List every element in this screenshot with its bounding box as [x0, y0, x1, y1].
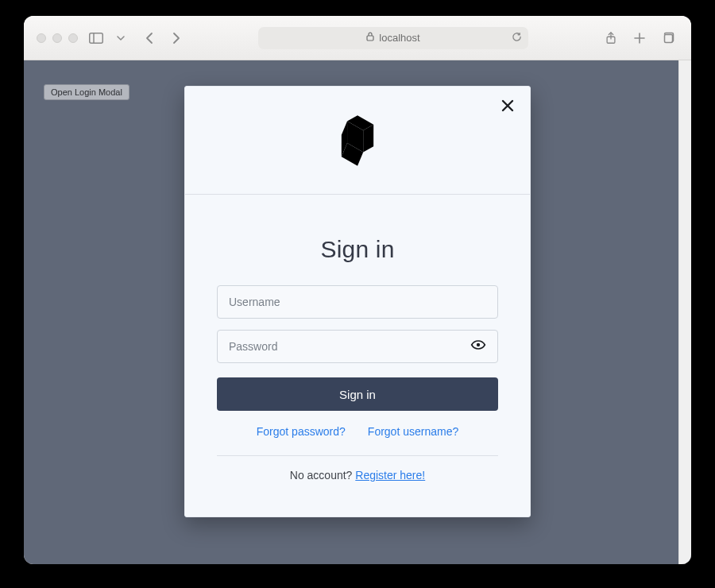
forgot-password-link[interactable]: Forgot password?: [257, 425, 346, 438]
helper-links: Forgot password? Forgot username?: [217, 425, 498, 438]
register-link[interactable]: Register here!: [355, 469, 425, 482]
lock-icon: [366, 32, 374, 44]
window-zoom-dot[interactable]: [68, 33, 78, 43]
password-field-wrapper: [217, 330, 498, 363]
modal-body: Sign in Sign in Forg: [185, 195, 530, 516]
close-icon: [500, 99, 515, 116]
modal-close-button[interactable]: [497, 96, 519, 118]
address-bar[interactable]: localhost: [258, 27, 528, 49]
svg-rect-2: [367, 36, 373, 41]
tab-overview-button[interactable]: [658, 29, 678, 48]
username-input[interactable]: [227, 295, 488, 309]
page-viewport: Open Login Modal: [24, 60, 691, 564]
password-input[interactable]: [227, 339, 469, 354]
window-minimize-dot[interactable]: [52, 33, 62, 43]
modal-header: [185, 87, 530, 195]
svg-rect-0: [90, 33, 103, 43]
toggle-password-visibility-button[interactable]: [469, 337, 488, 356]
share-button[interactable]: [601, 29, 621, 48]
nav-back-button[interactable]: [140, 29, 160, 48]
address-bar-text: localhost: [379, 32, 419, 44]
sign-in-button[interactable]: Sign in: [217, 377, 498, 411]
no-account-text: No account?: [290, 469, 356, 482]
new-tab-button[interactable]: [629, 29, 650, 48]
browser-toolbar: localhost: [24, 16, 691, 60]
brand-logo-icon: [329, 112, 386, 169]
forgot-username-link[interactable]: Forgot username?: [368, 425, 458, 438]
eye-icon: [470, 337, 486, 356]
modal-title: Sign in: [217, 236, 498, 263]
divider: [217, 455, 498, 456]
nav-forward-button[interactable]: [165, 29, 186, 48]
tab-dropdown-button[interactable]: [114, 29, 127, 48]
svg-point-10: [477, 343, 480, 346]
window-close-dot[interactable]: [37, 33, 46, 43]
window-controls: [37, 33, 78, 43]
browser-window: localhost Open Login Mod: [24, 16, 691, 564]
username-field-wrapper: [217, 285, 498, 319]
sidebar-toggle-button[interactable]: [86, 29, 106, 48]
signup-row: No account? Register here!: [217, 469, 498, 482]
svg-rect-4: [665, 34, 673, 42]
login-modal: Sign in Sign in Forg: [184, 86, 531, 517]
open-login-modal-button[interactable]: Open Login Modal: [44, 84, 129, 100]
reload-icon[interactable]: [512, 32, 522, 44]
